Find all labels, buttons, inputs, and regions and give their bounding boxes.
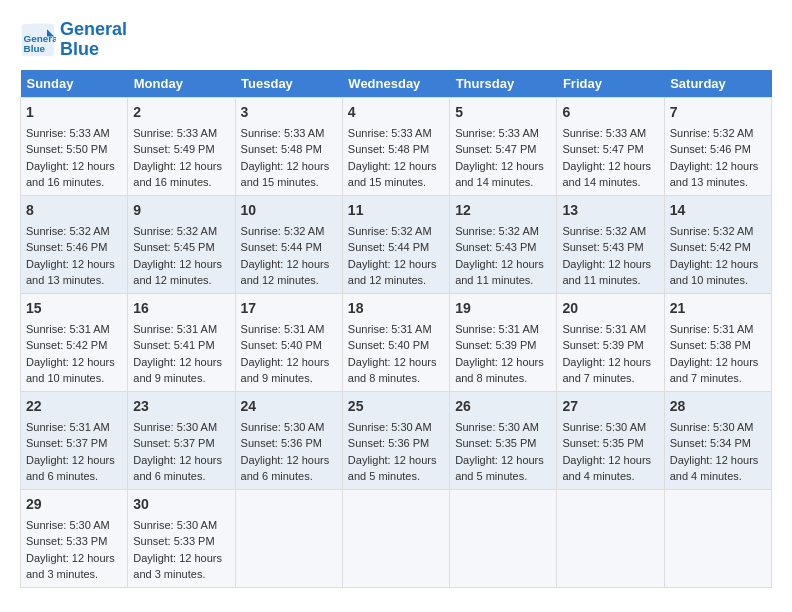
sunrise-text: Sunrise: 5:33 AM [455,127,539,139]
day-cell-1: 1Sunrise: 5:33 AMSunset: 5:50 PMDaylight… [21,97,128,195]
daylight-text: Daylight: 12 hours and 13 minutes. [670,160,759,189]
sunrise-text: Sunrise: 5:32 AM [670,127,754,139]
daylight-text: Daylight: 12 hours and 6 minutes. [26,454,115,483]
day-number: 24 [241,396,337,417]
daylight-text: Daylight: 12 hours and 14 minutes. [455,160,544,189]
sunrise-text: Sunrise: 5:32 AM [455,225,539,237]
daylight-text: Daylight: 12 hours and 5 minutes. [455,454,544,483]
sunset-text: Sunset: 5:34 PM [670,437,751,449]
sunset-text: Sunset: 5:44 PM [241,241,322,253]
sunset-text: Sunset: 5:48 PM [348,143,429,155]
page-header: General Blue General Blue [20,20,772,60]
sunset-text: Sunset: 5:45 PM [133,241,214,253]
sunrise-text: Sunrise: 5:33 AM [241,127,325,139]
day-number: 9 [133,200,229,221]
day-cell-23: 23Sunrise: 5:30 AMSunset: 5:37 PMDayligh… [128,391,235,489]
day-cell-21: 21Sunrise: 5:31 AMSunset: 5:38 PMDayligh… [664,293,771,391]
daylight-text: Daylight: 12 hours and 8 minutes. [455,356,544,385]
sunset-text: Sunset: 5:43 PM [455,241,536,253]
day-number: 19 [455,298,551,319]
sunrise-text: Sunrise: 5:30 AM [26,519,110,531]
daylight-text: Daylight: 12 hours and 15 minutes. [348,160,437,189]
day-number: 3 [241,102,337,123]
day-cell-6: 6Sunrise: 5:33 AMSunset: 5:47 PMDaylight… [557,97,664,195]
sunset-text: Sunset: 5:39 PM [562,339,643,351]
sunrise-text: Sunrise: 5:31 AM [241,323,325,335]
calendar-week-4: 22Sunrise: 5:31 AMSunset: 5:37 PMDayligh… [21,391,772,489]
logo-icon: General Blue [20,22,56,58]
sunset-text: Sunset: 5:39 PM [455,339,536,351]
sunrise-text: Sunrise: 5:31 AM [26,421,110,433]
sunrise-text: Sunrise: 5:31 AM [26,323,110,335]
day-cell-24: 24Sunrise: 5:30 AMSunset: 5:36 PMDayligh… [235,391,342,489]
daylight-text: Daylight: 12 hours and 12 minutes. [348,258,437,287]
calendar-table: SundayMondayTuesdayWednesdayThursdayFrid… [20,70,772,588]
sunset-text: Sunset: 5:46 PM [26,241,107,253]
sunrise-text: Sunrise: 5:32 AM [133,225,217,237]
daylight-text: Daylight: 12 hours and 6 minutes. [241,454,330,483]
sunrise-text: Sunrise: 5:30 AM [133,519,217,531]
day-cell-8: 8Sunrise: 5:32 AMSunset: 5:46 PMDaylight… [21,195,128,293]
calendar-week-5: 29Sunrise: 5:30 AMSunset: 5:33 PMDayligh… [21,489,772,587]
sunrise-text: Sunrise: 5:31 AM [670,323,754,335]
sunset-text: Sunset: 5:47 PM [455,143,536,155]
calendar-week-3: 15Sunrise: 5:31 AMSunset: 5:42 PMDayligh… [21,293,772,391]
daylight-text: Daylight: 12 hours and 3 minutes. [26,552,115,581]
sunrise-text: Sunrise: 5:31 AM [562,323,646,335]
day-cell-27: 27Sunrise: 5:30 AMSunset: 5:35 PMDayligh… [557,391,664,489]
sunset-text: Sunset: 5:33 PM [26,535,107,547]
daylight-text: Daylight: 12 hours and 6 minutes. [133,454,222,483]
logo: General Blue General Blue [20,20,127,60]
day-number: 6 [562,102,658,123]
logo-general: General [60,19,127,39]
daylight-text: Daylight: 12 hours and 9 minutes. [133,356,222,385]
sunset-text: Sunset: 5:50 PM [26,143,107,155]
sunrise-text: Sunrise: 5:33 AM [348,127,432,139]
daylight-text: Daylight: 12 hours and 11 minutes. [562,258,651,287]
col-header-tuesday: Tuesday [235,70,342,98]
calendar-header-row: SundayMondayTuesdayWednesdayThursdayFrid… [21,70,772,98]
daylight-text: Daylight: 12 hours and 4 minutes. [562,454,651,483]
daylight-text: Daylight: 12 hours and 8 minutes. [348,356,437,385]
day-number: 5 [455,102,551,123]
sunrise-text: Sunrise: 5:32 AM [562,225,646,237]
sunset-text: Sunset: 5:40 PM [241,339,322,351]
day-cell-5: 5Sunrise: 5:33 AMSunset: 5:47 PMDaylight… [450,97,557,195]
sunset-text: Sunset: 5:48 PM [241,143,322,155]
col-header-thursday: Thursday [450,70,557,98]
sunset-text: Sunset: 5:42 PM [670,241,751,253]
day-number: 7 [670,102,766,123]
daylight-text: Daylight: 12 hours and 7 minutes. [670,356,759,385]
day-cell-9: 9Sunrise: 5:32 AMSunset: 5:45 PMDaylight… [128,195,235,293]
day-number: 29 [26,494,122,515]
day-cell-2: 2Sunrise: 5:33 AMSunset: 5:49 PMDaylight… [128,97,235,195]
sunrise-text: Sunrise: 5:33 AM [562,127,646,139]
day-cell-29: 29Sunrise: 5:30 AMSunset: 5:33 PMDayligh… [21,489,128,587]
calendar-week-1: 1Sunrise: 5:33 AMSunset: 5:50 PMDaylight… [21,97,772,195]
col-header-monday: Monday [128,70,235,98]
daylight-text: Daylight: 12 hours and 16 minutes. [133,160,222,189]
daylight-text: Daylight: 12 hours and 4 minutes. [670,454,759,483]
col-header-saturday: Saturday [664,70,771,98]
daylight-text: Daylight: 12 hours and 9 minutes. [241,356,330,385]
daylight-text: Daylight: 12 hours and 7 minutes. [562,356,651,385]
day-number: 20 [562,298,658,319]
sunset-text: Sunset: 5:33 PM [133,535,214,547]
day-number: 23 [133,396,229,417]
sunset-text: Sunset: 5:36 PM [348,437,429,449]
day-number: 28 [670,396,766,417]
day-cell-17: 17Sunrise: 5:31 AMSunset: 5:40 PMDayligh… [235,293,342,391]
sunset-text: Sunset: 5:35 PM [562,437,643,449]
day-number: 30 [133,494,229,515]
daylight-text: Daylight: 12 hours and 5 minutes. [348,454,437,483]
empty-cell [235,489,342,587]
sunrise-text: Sunrise: 5:30 AM [133,421,217,433]
logo-blue: Blue [60,39,99,59]
day-cell-30: 30Sunrise: 5:30 AMSunset: 5:33 PMDayligh… [128,489,235,587]
day-cell-10: 10Sunrise: 5:32 AMSunset: 5:44 PMDayligh… [235,195,342,293]
day-cell-13: 13Sunrise: 5:32 AMSunset: 5:43 PMDayligh… [557,195,664,293]
sunrise-text: Sunrise: 5:32 AM [26,225,110,237]
sunrise-text: Sunrise: 5:31 AM [133,323,217,335]
daylight-text: Daylight: 12 hours and 16 minutes. [26,160,115,189]
day-number: 26 [455,396,551,417]
